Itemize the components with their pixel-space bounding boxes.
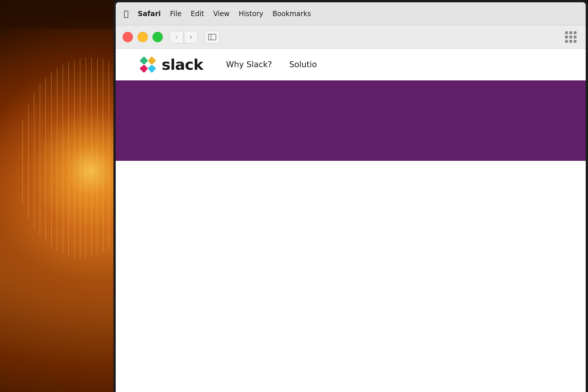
back-arrow-icon: ‹ — [175, 33, 178, 41]
sidebar-icon — [208, 34, 216, 40]
slack-nav-links: Why Slack? Solutio — [226, 60, 317, 69]
maximize-button[interactable] — [152, 32, 163, 42]
website-content: slack Why Slack? Solutio — [116, 49, 586, 392]
safari-toolbar: ‹ › — [116, 25, 586, 49]
laptop-frame:  Safari File Edit View History Bookmark… — [113, 0, 588, 392]
solutions-link[interactable]: Solutio — [289, 60, 317, 69]
grid-dot — [565, 36, 568, 38]
nav-button-group: ‹ › — [170, 31, 198, 43]
forward-button[interactable]: › — [184, 31, 198, 43]
svg-rect-3 — [148, 59, 156, 62]
view-menu[interactable]: View — [213, 10, 230, 18]
tab-grid-button[interactable] — [563, 29, 579, 45]
svg-rect-5 — [140, 67, 148, 70]
grid-dot — [569, 31, 572, 34]
back-button[interactable]: ‹ — [170, 31, 183, 43]
svg-rect-1 — [140, 59, 148, 62]
traffic-lights — [123, 32, 163, 42]
grid-dot — [565, 40, 568, 43]
history-menu[interactable]: History — [239, 10, 263, 18]
bookmarks-menu[interactable]: Bookmarks — [272, 10, 311, 18]
slack-navbar: slack Why Slack? Solutio — [116, 49, 586, 80]
slack-brand-name: slack — [162, 56, 203, 73]
grid-dot — [569, 36, 572, 38]
edit-menu[interactable]: Edit — [191, 10, 204, 18]
screen-bezel:  Safari File Edit View History Bookmark… — [116, 2, 586, 392]
minimize-button[interactable] — [138, 32, 148, 42]
grid-dot — [574, 40, 577, 43]
grid-dot — [574, 31, 577, 34]
safari-menu[interactable]: Safari — [138, 10, 161, 18]
apple-menu-icon[interactable]:  — [124, 9, 129, 18]
sidebar-toggle-button[interactable] — [205, 31, 220, 43]
safari-window: ‹ › — [116, 25, 586, 392]
svg-rect-7 — [148, 67, 156, 70]
slack-hero-section — [116, 80, 586, 161]
file-menu[interactable]: File — [170, 10, 181, 18]
macos-menubar:  Safari File Edit View History Bookmark… — [116, 2, 586, 25]
close-button[interactable] — [123, 32, 133, 42]
slack-logo-icon — [139, 55, 157, 74]
grid-dot — [569, 40, 572, 43]
forward-arrow-icon: › — [189, 33, 192, 41]
slack-logo-area: slack — [139, 55, 203, 74]
why-slack-link[interactable]: Why Slack? — [226, 60, 272, 69]
grid-dot — [574, 36, 577, 38]
grid-dot — [565, 31, 568, 34]
